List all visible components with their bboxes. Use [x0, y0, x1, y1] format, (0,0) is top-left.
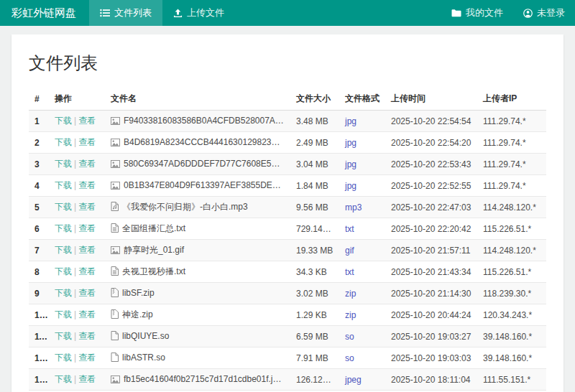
row-actions: 下载|查看: [49, 218, 105, 240]
view-link[interactable]: 查看: [78, 116, 96, 126]
file-name-link[interactable]: 神途.zip: [122, 309, 153, 319]
download-link[interactable]: 下载: [55, 353, 72, 363]
audio-file-icon: [111, 202, 119, 213]
upload-time: 2025-10-20 21:14:30: [385, 283, 477, 304]
file-name-link[interactable]: 580C69347AD6DDDEF7D77C7608E5F89E.jpg: [124, 159, 290, 169]
row-index: 1: [29, 111, 49, 132]
row-index: 8: [29, 261, 49, 283]
file-format-link[interactable]: mp3: [345, 202, 362, 213]
file-format-cell: zip: [339, 304, 385, 326]
view-link[interactable]: 查看: [78, 288, 96, 298]
file-format-link[interactable]: so: [345, 332, 354, 342]
download-link[interactable]: 下载: [55, 223, 72, 233]
download-link[interactable]: 下载: [55, 245, 72, 255]
uploader-ip: 39.148.160.*: [477, 347, 546, 369]
image-file-icon: [111, 160, 120, 170]
row-index: 7: [29, 240, 49, 261]
header-actions: 操作: [49, 88, 105, 111]
file-name-link[interactable]: 《我爱你不问归期》-白小白.mp3: [122, 202, 248, 212]
file-name-link[interactable]: B4D6819A8234CCCB44416301298235F2.jpg: [124, 137, 290, 147]
brand-link[interactable]: 彩虹外链网盘: [0, 0, 89, 26]
file-name-link[interactable]: 全国组播汇总.txt: [122, 223, 185, 233]
file-format-link[interactable]: zip: [345, 310, 356, 320]
view-link[interactable]: 查看: [78, 245, 96, 255]
action-separator: |: [74, 374, 76, 384]
file-format-link[interactable]: zip: [345, 289, 356, 299]
tab-file-list[interactable]: 文件列表: [89, 0, 162, 26]
view-link[interactable]: 查看: [78, 309, 96, 319]
upload-time: 2025-10-20 22:54:54: [385, 111, 477, 132]
file-name-link[interactable]: F94033816083586B0A4CFDB528007A0D.jpg: [124, 116, 290, 126]
login-status-link[interactable]: 未登录: [513, 0, 575, 26]
download-link[interactable]: 下载: [55, 266, 72, 276]
header-time: 上传时间: [385, 88, 477, 111]
file-name-link[interactable]: libSF.zip: [122, 288, 155, 298]
file-name-link[interactable]: fb15ec41604f0b2715c7d17d1cdbe01f.jpeg: [124, 374, 288, 384]
file-size: 6.59 MB: [290, 326, 339, 347]
file-name-cell: 0B1B347E804D9F613397AEF3855DE6B6.jpg: [105, 175, 290, 197]
file-format-cell: jpg: [339, 154, 385, 175]
download-link[interactable]: 下载: [55, 137, 72, 147]
view-link[interactable]: 查看: [78, 353, 96, 363]
file-name-cell: libASTR.so: [105, 347, 290, 369]
table-row: 5 下载|查看 《我爱你不问归期》-白小白.mp3 9.56 MB mp3 20…: [29, 197, 546, 218]
plain-file-icon: [111, 331, 119, 342]
row-index: 10: [29, 304, 49, 326]
uploader-ip: 111.55.151.*: [477, 369, 546, 391]
view-link[interactable]: 查看: [78, 159, 96, 169]
header-format: 文件格式: [339, 88, 385, 111]
action-separator: |: [74, 116, 76, 126]
file-format-link[interactable]: so: [345, 353, 354, 363]
file-format-link[interactable]: txt: [345, 267, 354, 277]
action-separator: |: [74, 288, 76, 298]
file-list-card: 文件列表 # 操作 文件名 文件大小 文件格式 上传时间 上传者IP 1 下载|…: [12, 34, 564, 392]
file-size: 2.49 MB: [290, 132, 339, 154]
file-format-link[interactable]: txt: [345, 224, 354, 234]
upload-time: 2025-10-20 22:54:20: [385, 132, 477, 154]
file-name-link[interactable]: libASTR.so: [122, 353, 165, 363]
download-link[interactable]: 下载: [55, 116, 72, 126]
download-link[interactable]: 下载: [55, 159, 72, 169]
upload-time: 2025-10-20 19:03:03: [385, 347, 477, 369]
download-link[interactable]: 下载: [55, 331, 72, 341]
action-separator: |: [74, 137, 76, 147]
view-link[interactable]: 查看: [78, 266, 96, 276]
download-link[interactable]: 下载: [55, 374, 72, 384]
file-format-link[interactable]: jpg: [345, 181, 356, 191]
file-format-link[interactable]: jpeg: [345, 375, 362, 385]
file-format-cell: jpg: [339, 175, 385, 197]
view-link[interactable]: 查看: [78, 374, 96, 384]
file-format-link[interactable]: jpg: [345, 159, 356, 169]
action-separator: |: [74, 266, 76, 276]
download-link[interactable]: 下载: [55, 180, 72, 190]
file-size: 3.04 MB: [290, 154, 339, 175]
file-name-link[interactable]: 静享时光_01.gif: [124, 245, 184, 255]
row-actions: 下载|查看: [49, 240, 105, 261]
uploader-ip: 111.29.74.*: [477, 132, 546, 154]
view-link[interactable]: 查看: [78, 331, 96, 341]
download-link[interactable]: 下载: [55, 309, 72, 319]
file-name-link[interactable]: libQIUYE.so: [122, 331, 169, 341]
file-size: 19.33 MB: [290, 240, 339, 261]
file-format-link[interactable]: jpg: [345, 138, 356, 148]
download-link[interactable]: 下载: [55, 202, 72, 212]
file-size: 1.29 KB: [290, 304, 339, 326]
file-name-link[interactable]: 央视卫视秒播.txt: [122, 266, 185, 276]
file-table-body: 1 下载|查看 F94033816083586B0A4CFDB528007A0D…: [29, 111, 546, 392]
view-link[interactable]: 查看: [78, 202, 96, 212]
download-link[interactable]: 下载: [55, 288, 72, 298]
tab-upload[interactable]: 上传文件: [162, 0, 235, 26]
view-link[interactable]: 查看: [78, 137, 96, 147]
action-separator: |: [74, 223, 76, 233]
view-link[interactable]: 查看: [78, 223, 96, 233]
file-format-link[interactable]: jpg: [345, 116, 356, 126]
table-row: 7 下载|查看 静享时光_01.gif 19.33 MB gif 2025-10…: [29, 240, 546, 261]
file-name-cell: libSF.zip: [105, 283, 290, 304]
view-link[interactable]: 查看: [78, 180, 96, 190]
my-files-link[interactable]: 我的文件: [441, 0, 513, 26]
file-name-link[interactable]: 0B1B347E804D9F613397AEF3855DE6B6.jpg: [124, 180, 290, 190]
header-filename: 文件名: [105, 88, 290, 111]
uploader-ip: 114.248.120.*: [477, 240, 546, 261]
file-format-link[interactable]: gif: [345, 246, 354, 256]
navbar-right: 我的文件 未登录: [441, 0, 575, 26]
